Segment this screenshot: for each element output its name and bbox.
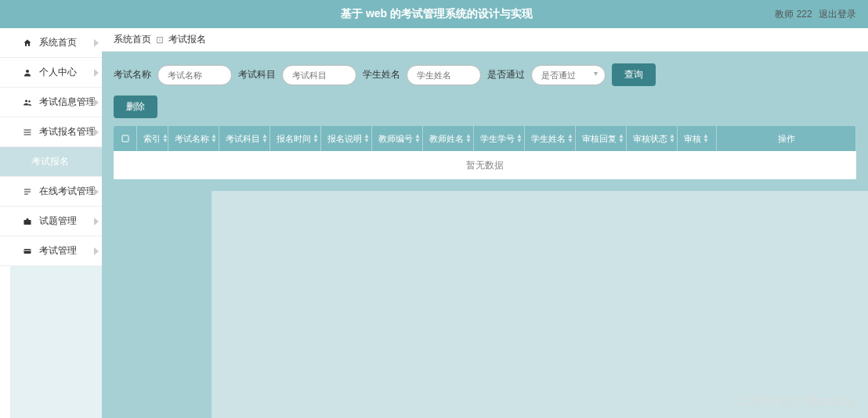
table-header-cell[interactable]: 教师姓名▲▼ xyxy=(423,126,474,151)
svg-rect-9 xyxy=(24,220,31,225)
sidebar-item-label: 在线考试管理 xyxy=(39,185,96,198)
svg-rect-7 xyxy=(24,191,31,192)
svg-point-1 xyxy=(25,99,27,102)
current-user: 教师 222 xyxy=(775,9,812,20)
search-button[interactable]: 查询 xyxy=(612,63,656,86)
data-table: 索引▲▼ 考试名称▲▼ 考试科目▲▼ 报名时间▲▼ 报名说明▲▼ 教师编号▲▼ … xyxy=(114,126,856,179)
breadcrumb-home[interactable]: 系统首页 xyxy=(114,33,151,46)
table-header-cell[interactable]: 索引▲▼ xyxy=(137,126,168,151)
app-header: 基于 web 的考试管理系统的设计与实现 教师 222 退出登录 xyxy=(0,0,868,28)
svg-point-2 xyxy=(28,100,31,103)
search-input-student[interactable] xyxy=(407,65,481,85)
breadcrumb-sep: ⊡ xyxy=(156,34,164,45)
svg-rect-5 xyxy=(24,134,31,135)
svg-rect-11 xyxy=(24,250,31,250)
sidebar-item-home[interactable]: 系统首页 xyxy=(0,28,102,58)
user-icon xyxy=(22,67,33,78)
table-header-cell[interactable]: 考试科目▲▼ xyxy=(219,126,270,151)
table-header-cell[interactable]: 学生姓名▲▼ xyxy=(525,126,576,151)
sidebar-item-online-exam[interactable]: 在线考试管理 xyxy=(0,177,102,207)
search-label-student: 学生姓名 xyxy=(363,68,400,81)
delete-button[interactable]: 删除 xyxy=(114,95,157,118)
sidebar-item-label: 考试报名 xyxy=(31,155,69,168)
table-header-cell[interactable]: 教师编号▲▼ xyxy=(372,126,423,151)
list-icon xyxy=(22,127,33,138)
table-header-cell[interactable]: 报名说明▲▼ xyxy=(321,126,372,151)
svg-rect-8 xyxy=(24,193,28,194)
table-empty-state: 暂无数据 xyxy=(114,151,856,179)
app-title: 基于 web 的考试管理系统的设计与实现 xyxy=(341,7,533,21)
bars-icon xyxy=(22,186,33,197)
svg-rect-6 xyxy=(24,189,31,189)
svg-rect-10 xyxy=(24,249,31,254)
table-header-row: 索引▲▼ 考试名称▲▼ 考试科目▲▼ 报名时间▲▼ 报名说明▲▼ 教师编号▲▼ … xyxy=(114,126,856,151)
table-header-cell[interactable]: 审核▲▼ xyxy=(678,126,717,151)
sidebar: 系统首页 个人中心 考试信息管理 考试报名管理 考试报名 xyxy=(0,28,102,418)
svg-rect-3 xyxy=(24,129,31,130)
sidebar-item-label: 考试管理 xyxy=(39,244,77,258)
sidebar-item-question-mgmt[interactable]: 试题管理 xyxy=(0,207,102,236)
search-label-name: 考试名称 xyxy=(114,68,151,81)
sidebar-item-exam-info[interactable]: 考试信息管理 xyxy=(0,88,102,117)
content-footer xyxy=(102,191,868,418)
sidebar-item-exam-mgmt[interactable]: 考试管理 xyxy=(0,236,102,266)
table-header-cell: 操作 xyxy=(717,126,856,151)
breadcrumb-current: 考试报名 xyxy=(168,33,206,46)
sidebar-item-label: 个人中心 xyxy=(39,66,77,79)
sidebar-item-label: 考试信息管理 xyxy=(39,95,96,109)
header-user-area: 教师 222 退出登录 xyxy=(771,8,856,21)
svg-rect-4 xyxy=(24,132,31,132)
search-input-name[interactable] xyxy=(157,65,232,85)
search-bar: 考试名称 考试科目 学生姓名 是否通过 查询 xyxy=(114,63,856,86)
content-area: 系统首页 ⊡ 考试报名 考试名称 考试科目 学生姓名 是否通过 查询 删除 xyxy=(102,28,868,418)
sidebar-item-exam-signup[interactable]: 考试报名 xyxy=(0,147,102,177)
breadcrumb: 系统首页 ⊡ 考试报名 xyxy=(102,28,868,52)
users-icon xyxy=(22,97,33,108)
svg-point-0 xyxy=(26,70,29,73)
sidebar-item-label: 系统首页 xyxy=(39,36,77,49)
sidebar-footer xyxy=(0,266,102,418)
table-header-cell[interactable]: 审核状态▲▼ xyxy=(627,126,678,151)
search-label-pass: 是否通过 xyxy=(487,68,525,81)
table-header-cell[interactable]: 考试名称▲▼ xyxy=(168,126,219,151)
sidebar-item-label: 考试报名管理 xyxy=(39,125,96,139)
search-input-subject[interactable] xyxy=(282,65,356,85)
sidebar-item-label: 试题管理 xyxy=(39,214,77,228)
briefcase-icon xyxy=(22,216,33,227)
table-header-cell[interactable]: 学生学号▲▼ xyxy=(474,126,525,151)
table-header-cell[interactable]: 报名时间▲▼ xyxy=(270,126,321,151)
home-icon xyxy=(22,38,33,49)
card-icon xyxy=(22,246,33,257)
logout-link[interactable]: 退出登录 xyxy=(819,9,856,20)
table-header-cell[interactable]: 审核回复▲▼ xyxy=(576,126,627,151)
table-header-checkbox[interactable] xyxy=(114,126,137,151)
sidebar-item-profile[interactable]: 个人中心 xyxy=(0,58,102,88)
search-label-subject: 考试科目 xyxy=(238,68,276,81)
search-select-pass[interactable] xyxy=(531,65,606,85)
sidebar-item-exam-signup-mgmt[interactable]: 考试报名管理 xyxy=(0,117,102,147)
svg-rect-12 xyxy=(122,135,128,142)
